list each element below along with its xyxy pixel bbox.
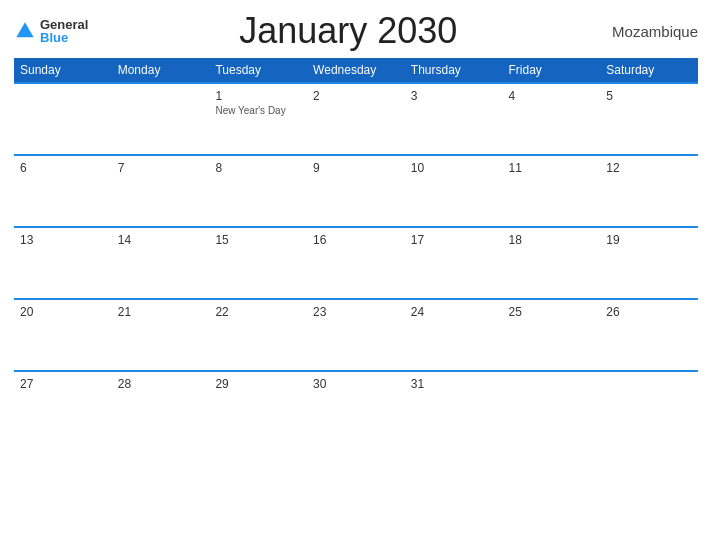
calendar-header-row: SundayMondayTuesdayWednesdayThursdayFrid… [14, 58, 698, 83]
calendar-day-cell: 30 [307, 371, 405, 443]
day-number: 20 [20, 305, 106, 319]
calendar-day-cell: 10 [405, 155, 503, 227]
day-number: 24 [411, 305, 497, 319]
day-number: 3 [411, 89, 497, 103]
day-number: 30 [313, 377, 399, 391]
calendar-day-cell: 17 [405, 227, 503, 299]
day-number: 9 [313, 161, 399, 175]
day-number: 26 [606, 305, 692, 319]
calendar-day-cell: 9 [307, 155, 405, 227]
day-number: 10 [411, 161, 497, 175]
calendar-day-cell [600, 371, 698, 443]
calendar-week-row: 1New Year's Day2345 [14, 83, 698, 155]
calendar-day-cell [14, 83, 112, 155]
weekday-header: Tuesday [209, 58, 307, 83]
day-number: 28 [118, 377, 204, 391]
calendar-day-cell: 14 [112, 227, 210, 299]
calendar-day-cell: 31 [405, 371, 503, 443]
day-number: 29 [215, 377, 301, 391]
calendar-day-cell: 16 [307, 227, 405, 299]
calendar-table: SundayMondayTuesdayWednesdayThursdayFrid… [14, 58, 698, 443]
day-number: 6 [20, 161, 106, 175]
day-number: 4 [509, 89, 595, 103]
day-number: 5 [606, 89, 692, 103]
day-number: 7 [118, 161, 204, 175]
calendar-day-cell: 23 [307, 299, 405, 371]
day-number: 2 [313, 89, 399, 103]
calendar-day-cell: 22 [209, 299, 307, 371]
calendar-day-cell: 7 [112, 155, 210, 227]
day-number: 8 [215, 161, 301, 175]
weekday-header: Sunday [14, 58, 112, 83]
logo: General Blue [14, 18, 88, 44]
calendar-day-cell: 20 [14, 299, 112, 371]
calendar-day-cell: 1New Year's Day [209, 83, 307, 155]
calendar-day-cell: 8 [209, 155, 307, 227]
day-number: 18 [509, 233, 595, 247]
calendar-day-cell: 6 [14, 155, 112, 227]
day-number: 1 [215, 89, 301, 103]
country-label: Mozambique [608, 23, 698, 40]
calendar-day-cell: 21 [112, 299, 210, 371]
weekday-header: Thursday [405, 58, 503, 83]
day-number: 22 [215, 305, 301, 319]
day-number: 21 [118, 305, 204, 319]
calendar-day-cell: 11 [503, 155, 601, 227]
day-event: New Year's Day [215, 105, 301, 116]
calendar-week-row: 6789101112 [14, 155, 698, 227]
day-number: 23 [313, 305, 399, 319]
calendar-day-cell: 26 [600, 299, 698, 371]
calendar-day-cell: 2 [307, 83, 405, 155]
calendar-day-cell: 3 [405, 83, 503, 155]
calendar-day-cell: 28 [112, 371, 210, 443]
day-number: 25 [509, 305, 595, 319]
day-number: 17 [411, 233, 497, 247]
calendar-day-cell: 24 [405, 299, 503, 371]
calendar-day-cell [503, 371, 601, 443]
calendar-day-cell [112, 83, 210, 155]
svg-marker-0 [16, 22, 33, 37]
calendar-body: 1New Year's Day2345678910111213141516171… [14, 83, 698, 443]
weekday-header: Wednesday [307, 58, 405, 83]
calendar-day-cell: 25 [503, 299, 601, 371]
calendar-header: General Blue January 2030 Mozambique [14, 10, 698, 52]
day-number: 13 [20, 233, 106, 247]
day-number: 12 [606, 161, 692, 175]
calendar-day-cell: 5 [600, 83, 698, 155]
day-number: 11 [509, 161, 595, 175]
calendar-day-cell: 13 [14, 227, 112, 299]
day-number: 15 [215, 233, 301, 247]
calendar-day-cell: 12 [600, 155, 698, 227]
calendar-week-row: 20212223242526 [14, 299, 698, 371]
weekday-header: Monday [112, 58, 210, 83]
calendar-day-cell: 19 [600, 227, 698, 299]
logo-icon [14, 20, 36, 42]
day-number: 16 [313, 233, 399, 247]
calendar-week-row: 2728293031 [14, 371, 698, 443]
month-title: January 2030 [88, 10, 608, 52]
weekday-header: Friday [503, 58, 601, 83]
calendar-day-cell: 29 [209, 371, 307, 443]
calendar-day-cell: 18 [503, 227, 601, 299]
weekday-header: Saturday [600, 58, 698, 83]
calendar-week-row: 13141516171819 [14, 227, 698, 299]
calendar-day-cell: 27 [14, 371, 112, 443]
logo-blue-text: Blue [40, 31, 68, 44]
calendar-day-cell: 15 [209, 227, 307, 299]
day-number: 31 [411, 377, 497, 391]
day-number: 14 [118, 233, 204, 247]
calendar-page: General Blue January 2030 Mozambique Sun… [0, 0, 712, 550]
day-number: 27 [20, 377, 106, 391]
calendar-day-cell: 4 [503, 83, 601, 155]
day-number: 19 [606, 233, 692, 247]
